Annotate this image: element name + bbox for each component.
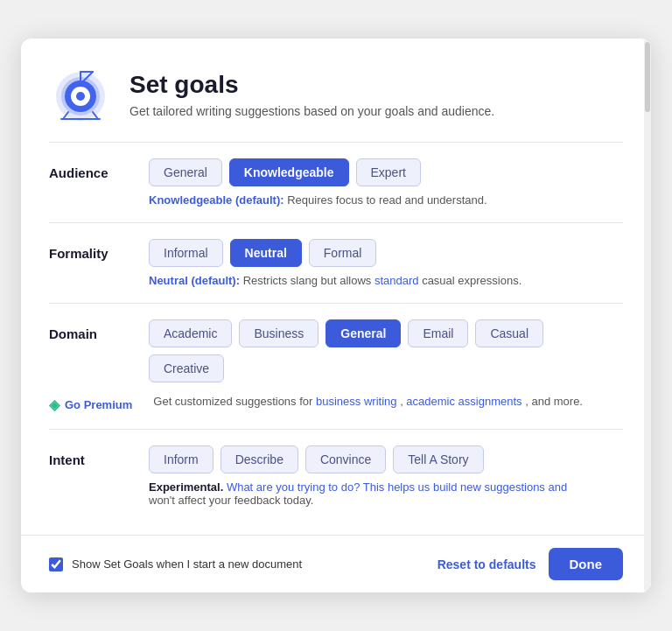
header-divider — [49, 142, 623, 143]
intent-label: Intent — [49, 445, 128, 467]
formality-hint: Neutral (default): Restricts slang but a… — [149, 274, 623, 287]
reset-defaults-button[interactable]: Reset to defaults — [438, 557, 536, 571]
audience-divider — [49, 222, 623, 223]
formality-hint-label: Neutral (default): — [149, 274, 240, 287]
intent-btn-describe[interactable]: Describe — [220, 445, 298, 473]
formality-btn-formal[interactable]: Formal — [309, 239, 377, 267]
domain-btn-business[interactable]: Business — [239, 319, 318, 347]
domain-label: Domain — [49, 319, 128, 341]
formality-divider — [49, 303, 623, 304]
svg-point-4 — [76, 92, 85, 101]
intent-hint-highlight: What are you trying to do? This helps us… — [227, 480, 567, 494]
modal-title: Set goals — [130, 71, 494, 99]
intent-hint-text2: won't affect your feedback today. — [149, 494, 313, 507]
audience-body: General Knowledgeable Expert Knowledgeab… — [149, 158, 623, 207]
premium-hint: Get customized suggestions for business … — [153, 395, 623, 408]
go-premium-btn[interactable]: ◈ Go Premium — [49, 395, 132, 413]
experimental-label: Experimental. — [149, 480, 223, 494]
domain-btn-group: Academic Business General Email Casual C… — [149, 319, 623, 382]
formality-btn-informal[interactable]: Informal — [149, 239, 223, 267]
audience-hint: Knowledgeable (default): Requires focus … — [149, 193, 623, 207]
audience-btn-expert[interactable]: Expert — [356, 158, 421, 186]
diamond-icon: ◈ — [49, 396, 60, 413]
show-goals-label: Show Set Goals when I start a new docume… — [72, 557, 302, 571]
audience-btn-group: General Knowledgeable Expert — [149, 158, 623, 186]
footer-left: Show Set Goals when I start a new docume… — [49, 557, 302, 571]
premium-hint-highlight2: academic assignments — [406, 395, 522, 408]
audience-hint-text: Requires focus to read and understand. — [287, 193, 486, 207]
header-text: Set goals Get tailored writing suggestio… — [130, 71, 494, 118]
intent-section: Intent Inform Describe Convince Tell A S… — [49, 445, 623, 507]
scrollbar[interactable] — [644, 39, 651, 592]
premium-hint-text1: Get customized suggestions for — [153, 395, 316, 408]
domain-btn-creative[interactable]: Creative — [149, 354, 224, 382]
intent-hint: Experimental. What are you trying to do?… — [149, 480, 623, 507]
intent-btn-convince[interactable]: Convince — [305, 445, 386, 473]
audience-label: Audience — [49, 158, 128, 180]
show-goals-checkbox[interactable] — [49, 557, 63, 571]
set-goals-modal: Set goals Get tailored writing suggestio… — [21, 39, 651, 592]
formality-section: Formality Informal Neutral Formal Neutra… — [49, 239, 623, 287]
done-button[interactable]: Done — [549, 548, 624, 580]
domain-btn-academic[interactable]: Academic — [149, 319, 232, 347]
domain-divider — [49, 429, 623, 430]
premium-hint-text2: , and more. — [525, 395, 583, 408]
modal-header: Set goals Get tailored writing suggestio… — [49, 63, 623, 126]
audience-btn-general[interactable]: General — [149, 158, 222, 186]
audience-hint-label: Knowledgeable (default): — [149, 193, 284, 207]
domain-section: Domain Academic Business General Email C… — [49, 319, 623, 389]
premium-hint-highlight1: business writing — [316, 395, 397, 408]
domain-btn-general[interactable]: General — [326, 319, 401, 347]
modal-subtitle: Get tailored writing suggestions based o… — [130, 104, 494, 118]
formality-label: Formality — [49, 239, 128, 261]
domain-btn-email[interactable]: Email — [408, 319, 468, 347]
premium-row: ◈ Go Premium Get customized suggestions … — [49, 395, 623, 413]
intent-btn-tell-a-story[interactable]: Tell A Story — [393, 445, 483, 473]
go-premium-label: Go Premium — [65, 398, 132, 411]
target-logo — [49, 63, 112, 126]
footer-right: Reset to defaults Done — [438, 548, 623, 580]
intent-btn-inform[interactable]: Inform — [149, 445, 214, 473]
audience-btn-knowledgeable[interactable]: Knowledgeable — [229, 158, 349, 186]
audience-section: Audience General Knowledgeable Expert Kn… — [49, 158, 623, 207]
formality-hint-text2: casual expressions. — [422, 274, 522, 287]
domain-btn-casual[interactable]: Casual — [475, 319, 543, 347]
intent-btn-group: Inform Describe Convince Tell A Story — [149, 445, 623, 473]
formality-btn-neutral[interactable]: Neutral — [230, 239, 302, 267]
intent-body: Inform Describe Convince Tell A Story Ex… — [149, 445, 623, 507]
formality-hint-text1: Restricts slang but allows — [243, 274, 374, 287]
modal-footer: Show Set Goals when I start a new docume… — [21, 535, 651, 592]
formality-btn-group: Informal Neutral Formal — [149, 239, 623, 267]
formality-hint-highlight: standard — [374, 274, 419, 287]
formality-body: Informal Neutral Formal Neutral (default… — [149, 239, 623, 287]
domain-body: Academic Business General Email Casual C… — [149, 319, 623, 389]
